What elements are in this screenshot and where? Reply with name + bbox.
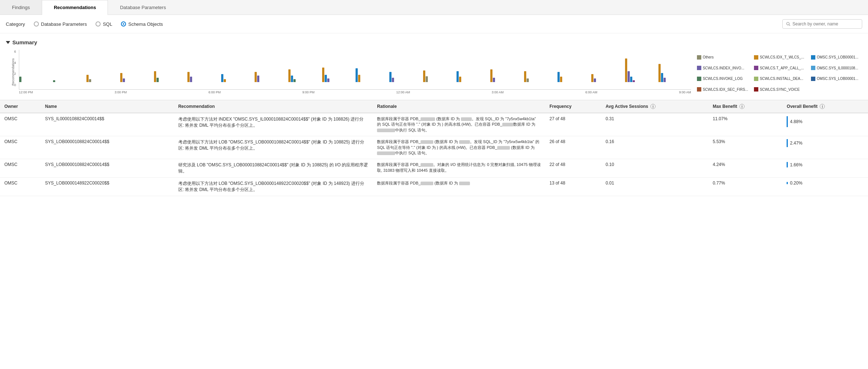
benefit-bar-3: 1.66% xyxy=(787,162,864,167)
benefit-bar-fill-2 xyxy=(787,139,788,147)
cell-max-benefit-4: 0.77% xyxy=(708,178,782,196)
radio-circle-schema-objects xyxy=(121,21,126,27)
legend-label-scwlcs-idx-sec: SCWLCS.IDX_SEC_FIRS... xyxy=(703,88,748,92)
bar-10-2 xyxy=(325,75,327,82)
radio-schema-objects[interactable]: Schema Objects xyxy=(121,21,163,27)
redacted-10 xyxy=(421,182,433,185)
tab-recommendations[interactable]: Recommendations xyxy=(42,0,108,15)
bar-15-2 xyxy=(493,78,495,82)
bar-9-1 xyxy=(288,69,291,82)
legend-item-scwlcs-install-dea: SCWLCS.INSTALL_DEA... xyxy=(754,74,805,84)
cell-max-benefit-2: 5.53% xyxy=(708,136,782,159)
legend-color-scwlcs-sync-voice xyxy=(754,87,758,92)
redacted-6 xyxy=(459,140,470,144)
legend-item-scwlcs-sync-voice: SCWLCS.SYNC_VOICE xyxy=(754,85,805,94)
x-axis-labels: 12:00 PM 3:00 PM 6:00 PM 9:00 PM 12:00 A… xyxy=(19,90,691,94)
radio-sql[interactable]: SQL xyxy=(96,21,112,27)
legend-item-scwlcs-t-app: SCWLCS.T_APP_CALL_... xyxy=(754,64,805,73)
bar-group-8 xyxy=(255,50,287,82)
legend-label-scwlcs-idx-t: SCWLCS.IDX_T_WLCS_... xyxy=(760,55,804,59)
legend: Others SCWLCS.IDX_T_WLCS_... OMSC.SYS_LO… xyxy=(697,53,862,94)
search-input[interactable] xyxy=(792,21,858,27)
cell-max-benefit-1: 11.07% xyxy=(708,113,782,136)
bar-15-1 xyxy=(490,69,492,82)
cell-frequency-3: 22 of 48 xyxy=(545,159,601,178)
avg-sessions-info-icon[interactable]: i xyxy=(650,104,656,109)
legend-color-others xyxy=(697,55,701,60)
legend-color-scwlcs-t-app xyxy=(754,66,758,70)
bar-16-2 xyxy=(527,78,529,82)
bar-8-2 xyxy=(257,76,259,82)
collapse-icon[interactable] xyxy=(6,41,10,44)
bar-group-10 xyxy=(322,50,355,82)
bar-group-15 xyxy=(490,50,523,82)
table-section: Owner Name Recommendation Rationale Freq… xyxy=(0,100,868,196)
bar-17-1 xyxy=(557,72,560,82)
redacted-5 xyxy=(421,140,433,144)
tab-findings[interactable]: Findings xyxy=(0,0,42,15)
cell-name-4: SYS_LOB0000148922C00020$$ xyxy=(41,178,174,196)
bar-11-2 xyxy=(358,75,360,82)
legend-label-scwlcs-sync-voice: SCWLCS.SYNC_VOICE xyxy=(760,88,800,92)
tab-database-parameters[interactable]: Database Parameters xyxy=(108,0,178,15)
benefit-bar-2: 2.47% xyxy=(787,139,864,147)
cell-frequency-2: 26 of 48 xyxy=(545,136,601,159)
cell-name-3: SYS_LOB0000108824C00014$$ xyxy=(41,159,174,178)
bar-group-3 xyxy=(86,50,119,82)
tab-bar: Findings Recommendations Database Parame… xyxy=(0,0,868,15)
legend-color-scwlcs-index-invo xyxy=(697,66,701,70)
search-icon xyxy=(786,22,790,26)
redacted-3 xyxy=(502,123,513,126)
cell-avg-sessions-2: 0.16 xyxy=(601,136,709,159)
legend-item-scwlcs-idx-sec: SCWLCS.IDX_SEC_FIRS... xyxy=(697,85,748,94)
table-row: OMSC SYS_LOB0000108824C00014$$ 考虑使用以下方法对… xyxy=(0,136,868,159)
radio-db-params[interactable]: Database Parameters xyxy=(34,21,87,27)
bar-16-1 xyxy=(524,71,526,82)
bar-10-3 xyxy=(327,78,329,82)
legend-color-omsc-lob-1 xyxy=(811,55,815,60)
bar-group-9 xyxy=(288,50,321,82)
bar-20-1 xyxy=(658,64,661,82)
redacted-11 xyxy=(459,182,470,185)
search-box[interactable] xyxy=(782,19,862,29)
max-benefit-info-icon[interactable]: i xyxy=(739,104,745,109)
legend-label-scwlcs-index-invo: SCWLCS.INDEX_INVO... xyxy=(703,66,744,70)
cell-overall-benefit-1: 4.88% xyxy=(782,113,868,136)
bar-4-1 xyxy=(120,73,122,82)
table-body: OMSC SYS_IL0000108824C00014$$ 考虑使用以下方法对 … xyxy=(0,113,868,196)
bar-19-2 xyxy=(628,71,630,82)
legend-label-scwlcs-t-app: SCWLCS.T_APP_CALL_... xyxy=(760,66,804,70)
cell-avg-sessions-1: 0.31 xyxy=(601,113,709,136)
col-rationale: Rationale xyxy=(373,100,545,113)
cell-overall-benefit-2: 2.47% xyxy=(782,136,868,159)
bar-group-2 xyxy=(53,50,86,82)
bar-19-1 xyxy=(625,58,627,82)
cell-max-benefit-3: 4.24% xyxy=(708,159,782,178)
cell-frequency-4: 13 of 48 xyxy=(545,178,601,196)
legend-label-omsc-il: OMSC.SYS_IL0000108... xyxy=(817,66,858,70)
cell-name-1: SYS_IL0000108824C00014$$ xyxy=(41,113,174,136)
bar-group-11 xyxy=(356,50,388,82)
col-recommendation: Recommendation xyxy=(174,100,373,113)
overall-benefit-info-icon[interactable]: i xyxy=(820,104,825,109)
cell-rationale-3: 数据库段属于容器 PDB_。对象的 I/O 使用统计信息为: 0 完整对象扫描,… xyxy=(373,159,545,178)
table-row: OMSC SYS_LOB0000108824C00014$$ 研究涉及 LOB … xyxy=(0,159,868,178)
radio-label-schema-objects: Schema Objects xyxy=(128,21,163,27)
bar-20-2 xyxy=(661,73,663,82)
legend-color-scwlcs-idx-sec xyxy=(697,87,701,92)
bar-group-4 xyxy=(120,50,153,82)
legend-label-others: Others xyxy=(703,55,714,59)
benefit-value-4: 0.20% xyxy=(790,181,802,186)
bar-18-2 xyxy=(594,78,596,82)
radio-label-db-params: Database Parameters xyxy=(41,21,87,27)
radio-circle-db-params xyxy=(34,21,39,27)
benefit-value-2: 2.47% xyxy=(790,141,802,146)
bar-group-18 xyxy=(591,50,624,82)
category-label: Category xyxy=(6,21,25,27)
bar-12-2 xyxy=(392,78,394,82)
bar-7-2 xyxy=(224,79,226,82)
bar-5-1 xyxy=(154,71,156,82)
legend-item-scwlcs-idx-t: SCWLCS.IDX_T_WLCS_... xyxy=(754,53,805,62)
bar-12-1 xyxy=(389,72,392,82)
cell-recommendation-4: 考虑使用以下方法对 LOB "OMSC.SYS_LOB0000148922C00… xyxy=(174,178,373,196)
